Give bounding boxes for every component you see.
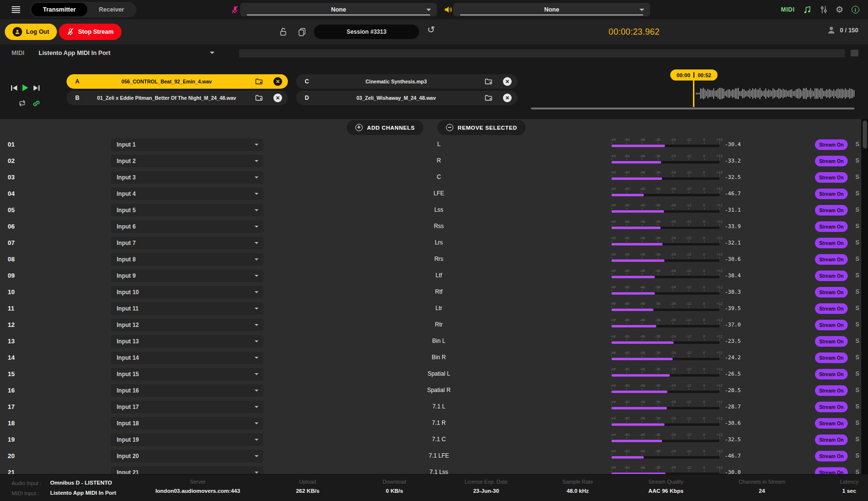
solo-button[interactable]: S bbox=[853, 354, 862, 361]
play-button[interactable] bbox=[22, 84, 29, 92]
playhead-line[interactable] bbox=[693, 81, 694, 107]
remove-file-icon[interactable]: ✕ bbox=[273, 94, 282, 102]
input-select[interactable]: Input 13 bbox=[111, 335, 263, 348]
input-select[interactable]: Input 9 bbox=[111, 270, 263, 282]
stream-on-button[interactable]: Stream On bbox=[815, 402, 848, 412]
logout-button[interactable]: Log Out bbox=[5, 24, 57, 40]
solo-button[interactable]: S bbox=[853, 420, 862, 426]
file-slot[interactable]: B 01_Zeli x Eddie Pitman_Better Of The N… bbox=[67, 91, 288, 105]
input-select[interactable]: Input 17 bbox=[111, 401, 263, 413]
solo-button[interactable]: S bbox=[853, 338, 862, 344]
vertical-scrollbar-thumb[interactable] bbox=[863, 121, 867, 149]
loop-icon[interactable] bbox=[18, 99, 27, 107]
stream-on-button[interactable]: Stream On bbox=[815, 254, 848, 265]
add-channels-button[interactable]: + ADD CHANNELS bbox=[347, 120, 423, 135]
stream-on-button[interactable]: Stream On bbox=[815, 467, 848, 474]
stream-on-button[interactable]: Stream On bbox=[815, 205, 848, 216]
stream-on-button[interactable]: Stream On bbox=[815, 369, 848, 379]
remove-selected-button[interactable]: − REMOVE SELECTED bbox=[437, 120, 526, 135]
solo-button[interactable]: S bbox=[853, 370, 862, 377]
remove-file-icon[interactable]: ✕ bbox=[503, 94, 512, 102]
solo-button[interactable]: S bbox=[853, 469, 862, 474]
input-select[interactable]: Input 5 bbox=[111, 204, 263, 217]
remove-file-icon[interactable]: ✕ bbox=[273, 77, 282, 86]
input-select[interactable]: Input 3 bbox=[111, 171, 263, 184]
solo-button[interactable]: S bbox=[853, 436, 862, 443]
stream-on-button[interactable]: Stream On bbox=[815, 434, 848, 445]
input-select[interactable]: Input 11 bbox=[111, 302, 263, 315]
input-select[interactable]: Input 16 bbox=[111, 384, 263, 397]
folder-add-icon[interactable] bbox=[485, 78, 492, 85]
solo-button[interactable]: S bbox=[853, 452, 862, 459]
file-slot[interactable]: D 03_Zeli_Wishaway_M_24_48.wav ✕ bbox=[296, 91, 517, 105]
solo-button[interactable]: S bbox=[853, 190, 862, 197]
stream-on-button[interactable]: Stream On bbox=[815, 451, 848, 461]
solo-button[interactable]: S bbox=[853, 223, 862, 230]
input-select[interactable]: Input 10 bbox=[111, 286, 263, 298]
stream-on-button[interactable]: Stream On bbox=[815, 336, 848, 347]
stream-on-button[interactable]: Stream On bbox=[815, 139, 848, 150]
session-name-field[interactable]: Session #3313 bbox=[314, 25, 419, 39]
stream-on-button[interactable]: Stream On bbox=[815, 189, 848, 199]
input-select[interactable]: Input 4 bbox=[111, 188, 263, 200]
solo-button[interactable]: S bbox=[853, 239, 862, 246]
gear-icon[interactable]: ⚙ bbox=[836, 5, 843, 14]
stream-on-button[interactable]: Stream On bbox=[815, 238, 848, 248]
solo-button[interactable]: S bbox=[853, 206, 862, 213]
solo-button[interactable]: S bbox=[853, 387, 862, 393]
input-select[interactable]: Input 1 bbox=[111, 138, 263, 151]
talkback-source-select[interactable]: None bbox=[240, 3, 437, 16]
input-select[interactable]: Input 19 bbox=[111, 433, 263, 446]
input-select[interactable]: Input 14 bbox=[111, 352, 263, 364]
talkback-mic-muted-icon[interactable] bbox=[230, 5, 240, 14]
solo-button[interactable]: S bbox=[853, 321, 862, 328]
previous-track-button[interactable] bbox=[11, 84, 18, 92]
solo-button[interactable]: S bbox=[853, 256, 862, 262]
solo-button[interactable]: S bbox=[853, 288, 862, 295]
remove-file-icon[interactable]: ✕ bbox=[503, 77, 512, 86]
input-select[interactable]: Input 21 bbox=[111, 466, 263, 474]
folder-add-icon[interactable] bbox=[255, 78, 263, 85]
stream-on-button[interactable]: Stream On bbox=[815, 221, 848, 232]
next-track-button[interactable] bbox=[33, 84, 40, 92]
solo-button[interactable]: S bbox=[853, 272, 862, 279]
solo-button[interactable]: S bbox=[853, 305, 862, 311]
speaker-level-slider[interactable] bbox=[460, 14, 643, 15]
music-note-icon[interactable] bbox=[803, 5, 812, 14]
file-slot[interactable]: C Cinematic Synthesis.mp3 ✕ bbox=[296, 74, 517, 89]
file-slot[interactable]: A 056_CONTROL_Beat_92_Emin_4.wav ✕ bbox=[67, 74, 288, 89]
stream-on-button[interactable]: Stream On bbox=[815, 385, 848, 396]
solo-button[interactable]: S bbox=[853, 403, 862, 410]
speaker-source-select[interactable]: None bbox=[453, 3, 650, 16]
input-select[interactable]: Input 8 bbox=[111, 253, 263, 266]
waveform-display[interactable] bbox=[696, 87, 855, 100]
stream-on-button[interactable]: Stream On bbox=[815, 418, 848, 429]
tab-transmitter[interactable]: Transmitter bbox=[31, 3, 87, 16]
stream-on-button[interactable]: Stream On bbox=[815, 352, 848, 363]
stream-on-button[interactable]: Stream On bbox=[815, 303, 848, 314]
sliders-icon[interactable] bbox=[820, 5, 827, 14]
history-icon[interactable]: ↺ bbox=[427, 25, 435, 34]
input-select[interactable]: Input 12 bbox=[111, 319, 263, 331]
input-select[interactable]: Input 7 bbox=[111, 237, 263, 249]
seek-bar[interactable] bbox=[531, 108, 854, 109]
link-icon[interactable] bbox=[32, 99, 41, 108]
solo-button[interactable]: S bbox=[853, 141, 862, 148]
talkback-level-slider[interactable] bbox=[247, 14, 430, 15]
stream-on-button[interactable]: Stream On bbox=[815, 271, 848, 281]
stream-on-button[interactable]: Stream On bbox=[815, 287, 848, 298]
midi-port-select[interactable]: Listento App MIDI In Port bbox=[39, 47, 215, 60]
stop-stream-button[interactable]: Stop Stream bbox=[59, 24, 122, 40]
midi-strip-checkbox[interactable] bbox=[851, 50, 858, 56]
tab-receiver[interactable]: Receiver bbox=[87, 3, 136, 16]
info-icon[interactable]: i bbox=[852, 6, 859, 14]
solo-button[interactable]: S bbox=[853, 157, 862, 164]
copy-icon[interactable] bbox=[298, 27, 306, 37]
input-select[interactable]: Input 20 bbox=[111, 450, 263, 462]
speaker-icon[interactable] bbox=[443, 5, 453, 14]
input-select[interactable]: Input 6 bbox=[111, 220, 263, 233]
input-select[interactable]: Input 2 bbox=[111, 155, 263, 167]
stream-on-button[interactable]: Stream On bbox=[815, 156, 848, 166]
stream-on-button[interactable]: Stream On bbox=[815, 172, 848, 183]
solo-button[interactable]: S bbox=[853, 174, 862, 180]
